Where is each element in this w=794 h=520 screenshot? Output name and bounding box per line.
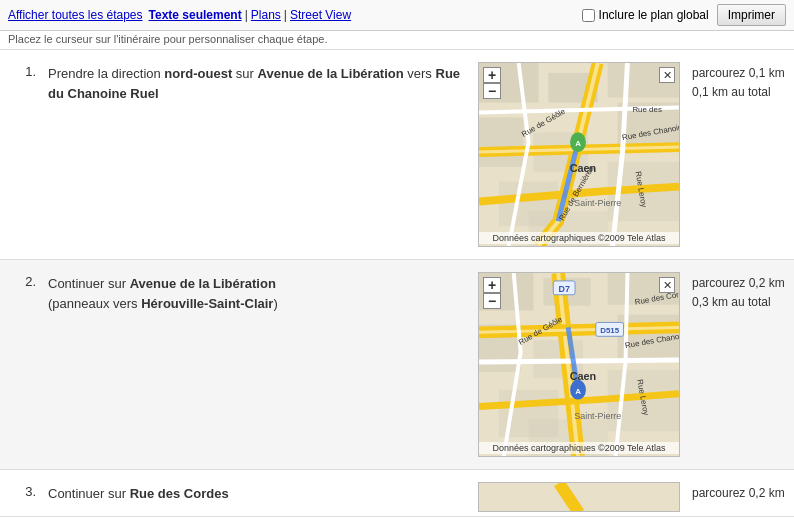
show-all-link[interactable]: Afficher toutes les étapes [8, 8, 143, 22]
map-close-2[interactable]: ✕ [659, 277, 675, 293]
step-map-1: A Caen Saint-Pierre Rue de Géôle Rue des… [474, 58, 684, 251]
top-bar-left: Afficher toutes les étapes Texte seuleme… [8, 8, 578, 22]
hint-text: Placez le curseur sur l'itinéraire pour … [0, 31, 794, 50]
street2-2: Hérouville-Saint-Clair [141, 296, 273, 311]
map-zoom-2: + − [483, 277, 501, 309]
plans-link[interactable]: Plans [251, 8, 281, 22]
map-credit-2: Données cartographiques ©2009 Tele Atlas [479, 442, 679, 454]
svg-rect-5 [479, 117, 524, 166]
top-bar-right: Inclure le plan global Imprimer [582, 4, 786, 26]
step-text-3: Continuer sur Rue des Cordes [40, 478, 474, 510]
main-content: 1. Prendre la direction nord-ouest sur A… [0, 50, 794, 520]
svg-text:D7: D7 [558, 284, 569, 294]
svg-text:A: A [575, 387, 581, 396]
zoom-out-1[interactable]: − [483, 83, 501, 99]
text-only-link[interactable]: Texte seulement [149, 8, 242, 22]
step-dist-1: parcourez 0,1 km 0,1 km au total [684, 58, 794, 108]
separator2: | [245, 8, 248, 22]
map-svg-1: A Caen Saint-Pierre Rue de Géôle Rue des… [479, 63, 679, 246]
direction-1: nord-ouest [164, 66, 232, 81]
top-bar: Afficher toutes les étapes Texte seuleme… [0, 0, 794, 31]
step-text-1: Prendre la direction nord-ouest sur Aven… [40, 58, 474, 109]
include-map-checkbox[interactable] [582, 9, 595, 22]
step-dist-2: parcourez 0,2 km 0,3 km au total [684, 268, 794, 318]
map-close-1[interactable]: ✕ [659, 67, 675, 83]
zoom-in-2[interactable]: + [483, 277, 501, 293]
svg-text:D515: D515 [600, 326, 620, 335]
map-zoom-1: + − [483, 67, 501, 99]
step-map-3 [474, 478, 684, 516]
step-map-2: A D7 D515 Caen Saint-Pierre Rue de Géôle… [474, 268, 684, 461]
svg-text:Rue des: Rue des [632, 105, 661, 114]
step-text-2: Continuer sur Avenue de la Libération (p… [40, 268, 474, 319]
print-button[interactable]: Imprimer [717, 4, 786, 26]
step-number-2: 2. [0, 268, 40, 295]
zoom-in-1[interactable]: + [483, 67, 501, 83]
map-credit-1: Données cartographiques ©2009 Tele Atlas [479, 232, 679, 244]
svg-text:A: A [575, 139, 581, 148]
step-dist-3: parcourez 0,2 km [684, 478, 794, 509]
street1-2: Avenue de la Libération [130, 276, 276, 291]
svg-text:Caen: Caen [570, 370, 597, 382]
step-number-1: 1. [0, 58, 40, 85]
map-1: A Caen Saint-Pierre Rue de Géôle Rue des… [478, 62, 680, 247]
step-row-2: 2. Continuer sur Avenue de la Libération… [0, 260, 794, 470]
include-map-label[interactable]: Inclure le plan global [582, 8, 709, 22]
street-view-link[interactable]: Street View [290, 8, 351, 22]
step-number-3: 3. [0, 478, 40, 505]
map-partial-3 [479, 483, 680, 512]
svg-text:Saint-Pierre: Saint-Pierre [574, 411, 621, 421]
map-2: A D7 D515 Caen Saint-Pierre Rue de Géôle… [478, 272, 680, 457]
separator3: | [284, 8, 287, 22]
step-row-1: 1. Prendre la direction nord-ouest sur A… [0, 50, 794, 260]
street1-3: Rue des Cordes [130, 486, 229, 501]
zoom-out-2[interactable]: − [483, 293, 501, 309]
street1-1: Avenue de la Libération [258, 66, 404, 81]
svg-text:Saint-Pierre: Saint-Pierre [574, 198, 621, 208]
step-row-3: 3. Continuer sur Rue des Cordes parcoure… [0, 470, 794, 517]
map-svg-2: A D7 D515 Caen Saint-Pierre Rue de Géôle… [479, 273, 679, 456]
